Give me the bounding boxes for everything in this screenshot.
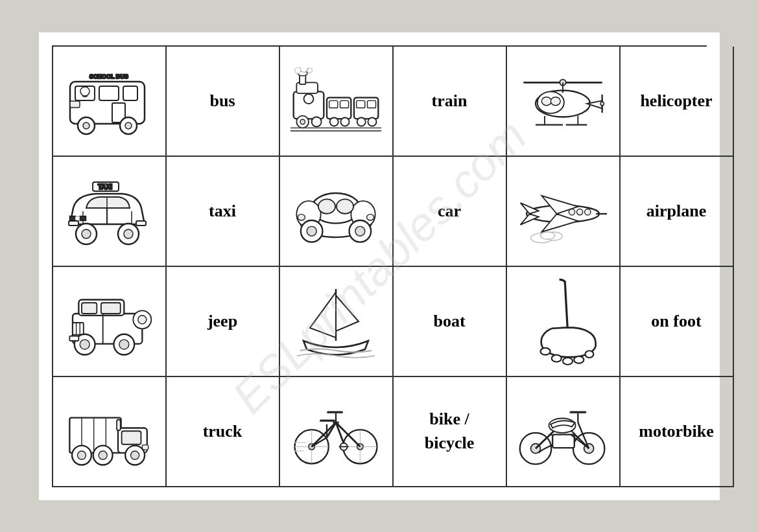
- svg-point-67: [318, 199, 335, 213]
- svg-rect-108: [122, 431, 141, 445]
- cell-helicopter-image: [507, 47, 621, 157]
- svg-text:TAXI: TAXI: [98, 183, 112, 191]
- svg-point-93: [80, 340, 89, 349]
- svg-point-32: [368, 118, 376, 126]
- cell-truck-label: truck: [167, 377, 280, 487]
- svg-point-70: [307, 226, 316, 236]
- svg-rect-2: [99, 86, 119, 100]
- svg-point-9: [125, 122, 132, 129]
- svg-point-39: [541, 97, 551, 106]
- svg-rect-86: [73, 323, 84, 335]
- svg-rect-62: [80, 216, 86, 220]
- svg-rect-22: [340, 101, 349, 108]
- cell-boat-label: boat: [394, 267, 507, 377]
- svg-point-29: [330, 118, 338, 126]
- svg-point-111: [77, 451, 86, 459]
- cell-airplane-image: [507, 157, 621, 267]
- svg-point-27: [300, 119, 305, 124]
- svg-point-4: [80, 87, 89, 96]
- cell-bicycle-label: bike /bicycle: [394, 377, 507, 487]
- svg-rect-21: [329, 101, 338, 108]
- svg-point-57: [82, 229, 91, 238]
- page: ESLprintables.com: [39, 32, 720, 500]
- svg-point-81: [540, 232, 554, 239]
- svg-point-76: [569, 209, 574, 215]
- cell-train-label: train: [394, 47, 507, 157]
- svg-point-40: [551, 97, 560, 106]
- cell-train-image: [280, 47, 394, 157]
- svg-point-30: [340, 118, 349, 126]
- svg-point-28: [312, 117, 322, 127]
- svg-rect-54: [69, 221, 78, 226]
- svg-point-16: [295, 67, 301, 73]
- svg-rect-60: [70, 216, 75, 220]
- svg-point-72: [355, 226, 365, 236]
- svg-point-7: [83, 122, 89, 129]
- cell-bus-label: bus: [167, 47, 280, 157]
- svg-rect-3: [123, 86, 137, 100]
- svg-rect-25: [368, 101, 376, 108]
- cell-taxi-image: TAXI: [53, 157, 167, 267]
- svg-rect-55: [136, 221, 146, 226]
- cell-foot-label: on foot: [621, 267, 734, 377]
- svg-rect-96: [69, 336, 78, 340]
- cell-bicycle-image: [280, 377, 394, 487]
- cell-taxi-label: taxi: [167, 157, 280, 267]
- svg-rect-85: [101, 303, 121, 314]
- svg-point-19: [304, 94, 314, 104]
- svg-rect-116: [117, 419, 121, 430]
- svg-point-73: [298, 214, 305, 220]
- transport-grid: SCHOOL BUS bus: [52, 45, 707, 487]
- svg-point-101: [574, 356, 584, 363]
- cell-truck-image: [53, 377, 167, 487]
- svg-point-99: [552, 354, 562, 362]
- svg-point-68: [337, 199, 353, 213]
- svg-point-91: [138, 316, 147, 324]
- svg-point-77: [576, 209, 582, 215]
- svg-point-98: [541, 347, 551, 354]
- svg-rect-144: [552, 434, 574, 448]
- cell-helicopter-label: helicopter: [621, 47, 734, 157]
- cell-motorbike-label: motorbike: [621, 377, 734, 487]
- svg-point-100: [563, 358, 573, 365]
- svg-point-102: [585, 351, 593, 358]
- svg-point-17: [300, 67, 307, 72]
- cell-car-label: car: [394, 157, 507, 267]
- cell-airplane-label: airplane: [621, 157, 734, 267]
- svg-rect-10: [70, 101, 80, 108]
- svg-point-18: [307, 68, 312, 73]
- svg-text:SCHOOL BUS: SCHOOL BUS: [89, 73, 128, 80]
- svg-rect-84: [82, 303, 97, 314]
- svg-point-113: [99, 451, 107, 459]
- svg-point-42: [600, 102, 604, 106]
- svg-point-74: [367, 214, 374, 220]
- svg-rect-24: [357, 101, 365, 108]
- svg-point-78: [585, 209, 591, 215]
- cell-boat-image: [280, 267, 394, 377]
- cell-jeep-label: jeep: [167, 267, 280, 377]
- svg-point-59: [124, 229, 133, 238]
- svg-point-95: [119, 340, 129, 349]
- cell-bus-image: SCHOOL BUS: [53, 47, 167, 157]
- cell-jeep-image: [53, 267, 167, 377]
- cell-foot-image: [507, 267, 621, 377]
- svg-point-115: [131, 451, 139, 459]
- cell-car-image: [280, 157, 394, 267]
- svg-point-31: [357, 118, 366, 126]
- cell-motorbike-image: [507, 377, 621, 487]
